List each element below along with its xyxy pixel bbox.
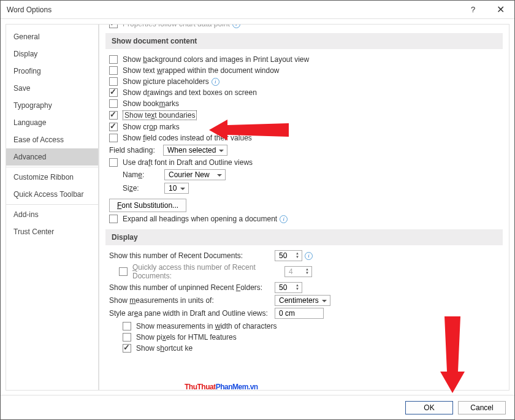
checkbox-properties-follow[interactable] (109, 25, 118, 28)
sidebar-item-ease-of-access[interactable]: Ease of Access (6, 131, 98, 148)
use-draft-row: Use draft font in Draft and Outline view… (109, 157, 503, 168)
field-shading-dropdown[interactable]: When selected (163, 145, 227, 156)
cancel-button[interactable]: Cancel (458, 401, 506, 414)
quick-access-row: Quickly access this number of Recent Doc… (109, 263, 499, 280)
sidebar: GeneralDisplayProofingSaveTypographyLang… (6, 24, 99, 391)
dialog-footer: OK Cancel (1, 395, 514, 419)
field-shading-label: Field shading: (109, 146, 163, 155)
sidebar-item-quick-access-toolbar[interactable]: Quick Access Toolbar (6, 186, 98, 203)
option-row: Show text wrapped within the document wi… (109, 65, 503, 76)
sidebar-item-advanced[interactable]: Advanced (6, 148, 98, 166)
unpinned-spinner[interactable]: 50 (275, 282, 302, 293)
sidebar-item-save[interactable]: Save (6, 80, 98, 97)
name-row: Name: Courier New (123, 168, 503, 181)
option-row: Show background colors and images in Pri… (109, 54, 503, 65)
option-row: Show crop marks (109, 121, 503, 132)
option-label: Show text wrapped within the document wi… (123, 66, 279, 75)
label: Show pixels for HTML features (136, 333, 237, 342)
checkbox[interactable] (109, 66, 118, 75)
sidebar-item-language[interactable]: Language (6, 114, 98, 131)
label: Show this number of unpinned Recent Fold… (109, 283, 275, 292)
option-row: Show bookmarks (109, 98, 503, 109)
info-icon[interactable]: i (212, 78, 219, 86)
sidebar-item-add-ins[interactable]: Add-ins (6, 206, 98, 223)
info-icon[interactable]: i (305, 252, 313, 260)
sidebar-item-customize-ribbon[interactable]: Customize Ribbon (6, 169, 98, 186)
field-shading-row: Field shading: When selected (109, 143, 503, 157)
quick-access-spinner: 4 (284, 266, 312, 277)
checkbox-quick-access[interactable] (119, 267, 128, 276)
option-label: Show background colors and images in Pri… (123, 55, 309, 64)
option-label: Show picture placeholders (123, 77, 209, 86)
checkbox[interactable] (109, 55, 118, 64)
main: GeneralDisplayProofingSaveTypographyLang… (1, 19, 514, 395)
option-label: Show bookmarks (123, 99, 179, 108)
content-wrap: Properties follow chart data point i Sho… (99, 24, 509, 391)
checkbox-use-draft[interactable] (109, 158, 118, 167)
label: Show measurements in units of: (109, 296, 275, 305)
info-icon[interactable]: i (280, 215, 288, 223)
recent-docs-spinner[interactable]: 50 (275, 250, 302, 261)
label: Expand all headings when opening a docum… (123, 215, 277, 223)
label: Quickly access this number of Recent Doc… (132, 263, 284, 280)
style-pane-input[interactable]: 0 cm (275, 308, 324, 319)
option-row: Show text boundaries (109, 109, 503, 121)
style-pane-row: Style area pane width in Draft and Outli… (109, 308, 499, 319)
label: Show this number of Recent Documents: (109, 251, 275, 260)
titlebar: Word Options ? ✕ (1, 1, 514, 19)
sidebar-item-display[interactable]: Display (6, 45, 98, 63)
help-button[interactable]: ? (459, 1, 487, 19)
sidebar-item-trust-center[interactable]: Trust Center (6, 223, 98, 240)
ok-button[interactable]: OK (405, 401, 453, 414)
checkbox-pixels-html[interactable] (123, 333, 131, 342)
meas-width-row: Show measurements in width of characters (123, 321, 503, 332)
checkbox[interactable] (109, 88, 118, 97)
checkbox-meas-width[interactable] (123, 322, 131, 330)
expand-headings-row: Expand all headings when opening a docum… (109, 213, 503, 224)
pixels-html-row: Show pixels for HTML features (123, 332, 503, 343)
sidebar-item-typography[interactable]: Typography (6, 97, 98, 114)
option-row: Show field codes instead of their values (109, 132, 503, 143)
window-title: Word Options (7, 6, 459, 14)
option-label: Show field codes instead of their values (123, 134, 252, 142)
units-dropdown[interactable]: Centimeters (275, 295, 330, 306)
checkbox[interactable] (109, 123, 118, 131)
size-row: Size: 10 (123, 181, 503, 195)
checkbox[interactable] (109, 77, 118, 86)
option-label: Show crop marks (123, 123, 180, 131)
content-pane[interactable]: Properties follow chart data point i Sho… (99, 25, 509, 390)
option-label: Show drawings and text boxes on screen (123, 88, 257, 97)
label: Show measurements in width of characters (136, 322, 277, 330)
sidebar-item-general[interactable]: General (6, 28, 98, 45)
checkbox-expand-headings[interactable] (109, 215, 118, 223)
close-button[interactable]: ✕ (487, 1, 514, 19)
label: Show shortcut ke (136, 344, 193, 353)
option-row: Show drawings and text boxes on screen (109, 87, 503, 98)
checkbox-shortcut[interactable] (123, 344, 131, 353)
option-label: Show text boundaries (123, 110, 197, 120)
clipped-option: Properties follow chart data point i (109, 25, 499, 28)
checkbox[interactable] (109, 99, 118, 108)
name-label: Name: (123, 170, 164, 179)
font-substitution-button[interactable]: Font Substitution... (109, 199, 186, 212)
font-sub-row: Font Substitution... (109, 197, 503, 213)
section-display: Display (105, 229, 503, 245)
font-size-dropdown[interactable]: 10 (164, 183, 189, 194)
meas-units-row: Show measurements in units of: Centimete… (109, 295, 499, 306)
label: Properties follow chart data point (123, 25, 230, 28)
checkbox[interactable] (109, 111, 118, 120)
option-row: Show picture placeholdersi (109, 76, 503, 87)
unpinned-row: Show this number of unpinned Recent Fold… (109, 282, 499, 293)
font-name-dropdown[interactable]: Courier New (164, 169, 226, 180)
shortcut-row: Show shortcut ke (123, 343, 503, 354)
section-show-document-content: Show document content (105, 33, 503, 49)
sidebar-item-proofing[interactable]: Proofing (6, 63, 98, 80)
info-icon[interactable]: i (232, 25, 240, 28)
label: Style area pane width in Draft and Outli… (109, 309, 275, 318)
checkbox[interactable] (109, 134, 118, 142)
label: Use draft font in Draft and Outline view… (123, 158, 253, 167)
size-label: Size: (123, 184, 164, 193)
recent-docs-row: Show this number of Recent Documents: 50… (109, 250, 499, 261)
